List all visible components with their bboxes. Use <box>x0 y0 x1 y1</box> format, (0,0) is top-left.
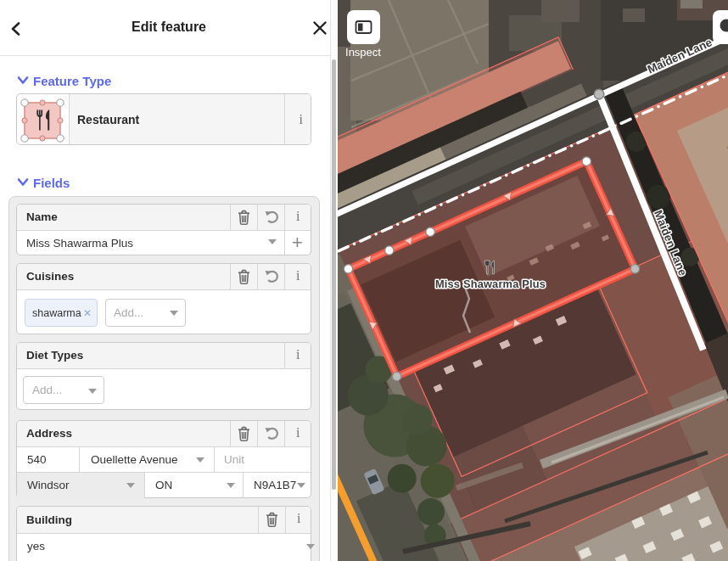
svg-text:Inspect: Inspect <box>345 46 381 59</box>
svg-text:Miss Shawarma Plus: Miss Shawarma Plus <box>435 278 546 290</box>
